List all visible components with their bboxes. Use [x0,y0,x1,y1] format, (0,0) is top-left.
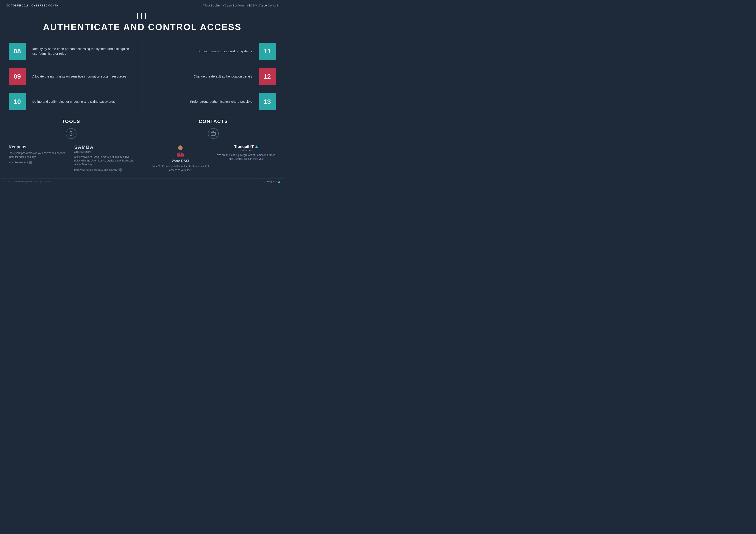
items-row-3: 10 Define and verify rules for choosing … [4,89,280,114]
badge-10: 10 [9,93,26,110]
item-text-10: Define and verify rules for choosing and… [29,99,118,104]
bottom-section: TOOLS Keepass Store your passwords on yo… [0,114,284,179]
tool-samba: SAMBA Active Directory Identify users on… [72,142,136,174]
keepass-link[interactable]: https://keepass.info/ › [9,161,68,164]
tools-icon-container [7,128,136,139]
badge-13: 13 [258,93,276,110]
footer: Source : Guide de l'hygiène informatique… [0,179,284,185]
svg-rect-1 [211,132,216,136]
items-container: 08 Identify by name each person accessin… [0,39,284,114]
person-avatar [174,144,187,157]
keepass-desc: Store your passwords on your server and … [9,151,68,159]
contact-tranquil: Tranquil IT DevSecOps We are the leading… [214,142,278,174]
contacts-section: CONTACTS [142,119,284,179]
contact-rssi: Votre RSSI Your CISO is essential to aut… [149,142,212,174]
samba-url: https://www.tranquil.it/samba-active-dir… [74,169,118,171]
left-item-08: 08 Identify by name each person accessin… [4,39,142,64]
roman-numeral: III [0,12,284,21]
keepass-url: https://keepass.info/ [9,161,28,164]
right-item-12: Change the default authentication detail… [143,64,281,89]
keepass-name: Keepass [9,144,68,149]
footer-logo: by Tranquil IT [263,180,280,183]
badge-11: 11 [258,43,276,60]
item-text-13: Prefer strong authentication where possi… [187,99,256,104]
wrench-icon [66,128,76,139]
svg-point-3 [178,145,183,150]
samba-link-icon: › [119,168,122,172]
tranquil-sub: DevSecOps [217,149,276,152]
item-text-11: Protect passwords stored on systems [195,49,256,54]
briefcase-icon [208,128,219,139]
tool-keepass: Keepass Store your passwords on your ser… [7,142,70,174]
left-item-09: 09 Allocate the right rights on sensitiv… [4,64,142,89]
contacts-title: CONTACTS [149,119,278,124]
header-left: OCTOBRE 2018 - CYBERSECMONTH [7,4,58,7]
tools-grid: Keepass Store your passwords on your ser… [7,142,136,174]
item-text-12: Change the default authentication detail… [190,74,256,79]
badge-08: 08 [9,43,26,60]
items-row-1: 08 Identify by name each person accessin… [4,39,280,64]
footer-logo-name: Tranquil IT [266,180,277,183]
samba-logo-name: SAMBA [74,144,134,150]
contacts-grid: Votre RSSI Your CISO is essential to aut… [149,142,278,174]
samba-link[interactable]: https://www.tranquil.it/samba-active-dir… [74,168,134,172]
tools-section: TOOLS Keepass Store your passwords on yo… [0,119,142,179]
rssi-desc: Your CISO is essential to authenticate a… [151,164,210,172]
footer-triangle-icon [278,181,280,183]
tranquil-logo: Tranquil IT [217,144,276,149]
header: OCTOBRE 2018 - CYBERSECMONTH #TousSecNum… [0,0,284,9]
item-text-08: Identify by name each person accessing t… [29,46,138,56]
tranquil-triangle-icon [255,145,258,148]
right-item-13: Prefer strong authentication where possi… [143,89,281,114]
item-text-09: Allocate the right rights on sensitive i… [29,74,129,79]
left-item-10: 10 Define and verify rules for choosing … [4,89,142,114]
tools-title: TOOLS [7,119,136,124]
keepass-link-icon: › [29,161,32,164]
tranquil-desc: We are the leading integrators of Samba … [217,153,276,161]
samba-sub-text: Active Directory [74,150,134,153]
rssi-name: Votre RSSI [151,159,210,163]
title-section: III AUTHENTICATE AND CONTROL ACCESS [0,9,284,39]
badge-12: 12 [258,68,276,85]
contacts-icon-container [149,128,278,139]
footer-source: Source : Guide de l'hygiène informatique… [4,180,51,183]
footer-by: by [263,180,265,183]
right-item-11: Protect passwords stored on systems 11 [143,39,281,64]
main-title: AUTHENTICATE AND CONTROL ACCESS [0,22,284,32]
badge-09: 09 [9,68,26,85]
samba-desc: Identify users on your network and manag… [74,155,134,166]
items-row-2: 09 Allocate the right rights on sensitiv… [4,64,280,89]
header-right: #TousSecNum #CyberSecMonth #ECSM #CyberC… [203,4,278,7]
tranquil-name: Tranquil IT [234,144,254,149]
